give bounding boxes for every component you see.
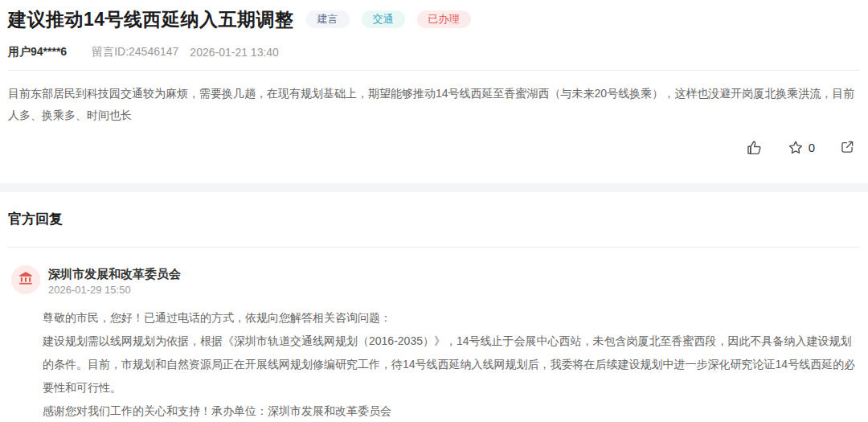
reply-item: 深圳市发展和改革委员会 2026-01-29 15:50 <box>8 265 860 296</box>
message-id: 留言ID:24546147 <box>92 45 178 59</box>
tag-suggestion: 建言 <box>306 10 350 28</box>
favorite-count: 0 <box>809 141 815 154</box>
post-meta: 用户94****6 留言ID:24546147 2026-01-21 13:40 <box>8 45 860 59</box>
star-icon <box>787 139 805 156</box>
reply-section-divider <box>8 247 860 248</box>
official-reply-heading: 官方回复 <box>8 210 860 228</box>
section-divider-band <box>0 183 868 192</box>
reply-date: 2026-01-29 15:50 <box>48 284 181 296</box>
government-building-icon <box>18 270 34 289</box>
share-button[interactable] <box>839 139 855 155</box>
favorite-button[interactable]: 0 <box>787 139 815 156</box>
reply-paragraph: 感谢您对我们工作的关心和支持！承办单位：深圳市发展和改革委员会 <box>43 399 860 422</box>
reply-header-text: 深圳市发展和改革委员会 2026-01-29 15:50 <box>48 265 181 296</box>
post-author: 用户94****6 <box>8 45 67 59</box>
status-badge-processed: 已办理 <box>417 10 471 28</box>
post-content: 目前东部居民到科技园交通较为麻烦，需要换几趟，在现有规划基础上，期望能够推动14… <box>8 83 860 126</box>
agency-name: 深圳市发展和改革委员会 <box>48 266 181 281</box>
post-actions: 0 <box>8 137 860 157</box>
agency-avatar <box>11 265 40 294</box>
reply-paragraph: 建设规划需以线网规划为依据，根据《深圳市轨道交通线网规划（2016-2035）》… <box>43 330 860 399</box>
post-date: 2026-01-21 13:40 <box>190 46 279 59</box>
reply-paragraph: 尊敬的市民，您好！已通过电话的方式，依规向您解答相关咨询问题： <box>43 306 860 330</box>
official-reply-section: 官方回复 深圳市发展和改革委员会 2026-01-29 15:50 尊敬的市民，… <box>0 192 868 422</box>
post-title-row: 建议推动14号线西延纳入五期调整 建言 交通 已办理 <box>8 7 860 31</box>
post-header-divider <box>8 70 860 71</box>
share-icon <box>839 139 855 155</box>
like-button[interactable] <box>746 139 763 156</box>
post-title: 建议推动14号线西延纳入五期调整 <box>8 7 294 31</box>
reply-body: 尊敬的市民，您好！已通过电话的方式，依规向您解答相关咨询问题： 建设规划需以线网… <box>43 306 860 422</box>
tag-transport: 交通 <box>362 10 405 28</box>
post-card: 建议推动14号线西延纳入五期调整 建言 交通 已办理 用户94****6 留言I… <box>0 0 868 157</box>
thumbs-up-icon <box>746 139 763 156</box>
